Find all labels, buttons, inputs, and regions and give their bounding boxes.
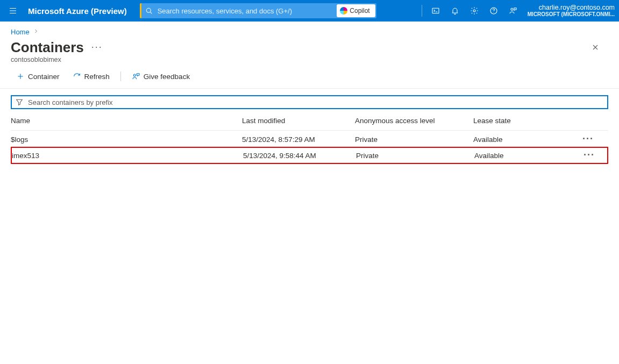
col-name[interactable]: Name bbox=[11, 117, 242, 125]
row-more-button[interactable]: ··· bbox=[582, 137, 597, 141]
account-area[interactable]: charlie.roy@contoso.com MICROSOFT (MICRO… bbox=[528, 4, 615, 18]
containers-table: Name Last modified Anonymous access leve… bbox=[11, 113, 608, 164]
close-icon bbox=[591, 43, 600, 52]
notifications-button[interactable] bbox=[446, 2, 464, 20]
settings-button[interactable] bbox=[465, 2, 483, 20]
help-icon bbox=[489, 6, 498, 15]
page-subtitle: contosoblobimex bbox=[0, 56, 619, 68]
help-button[interactable] bbox=[485, 2, 503, 20]
cell-last-modified: 5/13/2024, 8:57:29 AM bbox=[242, 135, 355, 144]
cell-lease: Available bbox=[473, 135, 565, 144]
svg-point-0 bbox=[146, 8, 151, 12]
row-more-button[interactable]: ··· bbox=[584, 153, 598, 157]
breadcrumb: Home bbox=[0, 26, 619, 38]
svg-rect-1 bbox=[432, 8, 439, 13]
refresh-label: Refresh bbox=[84, 73, 110, 81]
col-access[interactable]: Anonymous access level bbox=[355, 117, 473, 125]
table-row[interactable]: $logs5/13/2024, 8:57:29 AMPrivateAvailab… bbox=[11, 131, 608, 148]
table-row[interactable]: imex5135/13/2024, 9:58:44 AMPrivateAvail… bbox=[11, 147, 608, 164]
cell-last-modified: 5/13/2024, 9:58:44 AM bbox=[243, 152, 356, 160]
brand-label: Microsoft Azure (Preview) bbox=[28, 6, 127, 16]
filter-input[interactable] bbox=[27, 98, 604, 107]
table-body: $logs5/13/2024, 8:57:29 AMPrivateAvailab… bbox=[11, 131, 608, 164]
refresh-icon bbox=[73, 72, 81, 81]
topbar-divider bbox=[422, 5, 422, 17]
svg-point-4 bbox=[511, 8, 513, 10]
table-header: Name Last modified Anonymous access leve… bbox=[11, 113, 608, 131]
feedback-icon bbox=[132, 72, 140, 81]
give-feedback-button[interactable]: Give feedback bbox=[126, 70, 195, 83]
cloud-shell-button[interactable] bbox=[426, 2, 445, 20]
feedback-button[interactable] bbox=[504, 2, 522, 20]
title-bar: Containers ··· bbox=[0, 38, 619, 56]
hamburger-icon bbox=[8, 6, 18, 16]
col-lease[interactable]: Lease state bbox=[473, 117, 565, 125]
command-bar: Container Refresh Give feedback bbox=[0, 68, 619, 89]
filter-box[interactable] bbox=[11, 95, 608, 109]
cell-name: imex513 bbox=[12, 152, 243, 160]
copilot-label: Copilot bbox=[350, 7, 369, 15]
hamburger-menu-button[interactable] bbox=[4, 2, 22, 19]
col-last-modified[interactable]: Last modified bbox=[242, 117, 355, 125]
cloud-shell-icon bbox=[431, 6, 440, 15]
svg-point-2 bbox=[473, 10, 475, 12]
filter-area bbox=[11, 95, 608, 109]
cell-access: Private bbox=[355, 135, 473, 144]
cell-name: $logs bbox=[11, 135, 242, 144]
page-content: Home Containers ··· contosoblobimex Cont… bbox=[0, 22, 619, 164]
title-more-button[interactable]: ··· bbox=[91, 41, 103, 53]
chevron-right-icon bbox=[33, 28, 39, 36]
copilot-button[interactable]: Copilot bbox=[337, 4, 375, 17]
plus-icon bbox=[16, 72, 25, 81]
account-email: charlie.roy@contoso.com bbox=[528, 4, 615, 12]
page-title: Containers bbox=[11, 39, 84, 56]
bell-icon bbox=[451, 6, 459, 15]
close-button[interactable] bbox=[588, 40, 603, 55]
copilot-icon bbox=[340, 7, 347, 15]
add-container-button[interactable]: Container bbox=[11, 70, 65, 83]
search-icon bbox=[141, 6, 156, 15]
svg-point-5 bbox=[133, 74, 136, 76]
feedback-person-icon bbox=[509, 6, 517, 15]
give-feedback-label: Give feedback bbox=[144, 73, 190, 81]
refresh-button[interactable]: Refresh bbox=[67, 70, 115, 83]
topbar-actions: charlie.roy@contoso.com MICROSOFT (MICRO… bbox=[418, 2, 615, 20]
add-container-label: Container bbox=[28, 73, 60, 81]
global-search[interactable]: Copilot bbox=[140, 3, 376, 18]
gear-icon bbox=[470, 6, 479, 15]
account-tenant: MICROSOFT (MICROSOFT.ONMI... bbox=[528, 11, 615, 17]
topbar: Microsoft Azure (Preview) Copilot charli… bbox=[0, 0, 619, 22]
toolbar-separator bbox=[120, 72, 121, 81]
filter-icon bbox=[15, 98, 24, 106]
breadcrumb-home[interactable]: Home bbox=[11, 28, 30, 36]
cell-access: Private bbox=[356, 152, 474, 160]
cell-lease: Available bbox=[474, 152, 566, 160]
